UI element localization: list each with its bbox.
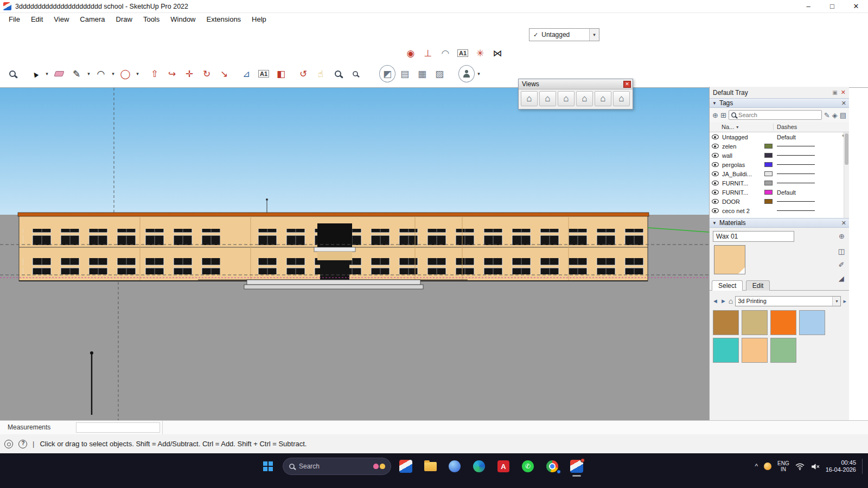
move-texture-tool[interactable]: ✳	[472, 44, 488, 62]
view-left-button[interactable]: ⌂	[613, 91, 630, 106]
geolocation-icon[interactable]	[4, 440, 13, 448]
taskbar-search[interactable]: Search	[283, 458, 391, 475]
tags-section-header[interactable]: ▼ Tags ✕	[710, 98, 849, 108]
menu-help[interactable]: Help	[246, 14, 272, 24]
view-right-button[interactable]: ⌂	[576, 91, 593, 106]
line-tool-caret[interactable]: ▾	[86, 65, 92, 82]
visibility-eye-icon[interactable]	[712, 190, 719, 195]
collapse-icon[interactable]: ▼	[712, 101, 717, 106]
tray-app-icon[interactable]	[764, 463, 771, 470]
menu-file[interactable]: File	[3, 14, 25, 24]
taskbar-chrome[interactable]	[542, 457, 562, 476]
material-swatch[interactable]	[770, 310, 796, 335]
help-icon[interactable]	[18, 440, 27, 448]
taskbar-sketchup-active[interactable]	[567, 457, 586, 476]
tag-icon[interactable]: ◈	[832, 111, 838, 119]
tag-color-swatch[interactable]	[764, 162, 773, 167]
orbit-tool[interactable]: ↺	[295, 65, 311, 82]
visibility-eye-icon[interactable]	[712, 199, 719, 204]
maximize-button[interactable]: □	[820, 0, 844, 13]
shape-tool-caret[interactable]: ▾	[135, 65, 141, 82]
tag-row-zelen[interactable]: zelen	[710, 142, 849, 151]
tag-color-swatch[interactable]	[764, 153, 773, 158]
collection-dropdown[interactable]: 3d Printing ▾	[735, 296, 841, 306]
tab-select[interactable]: Select	[712, 280, 743, 291]
tags-search-box[interactable]	[729, 110, 822, 120]
measurements-value-box[interactable]	[76, 422, 160, 433]
zoom-extents-tool[interactable]	[347, 65, 363, 82]
taskbar-clock[interactable]: 00:45 16-04-2026	[826, 459, 856, 473]
sign-in-caret[interactable]: ▾	[476, 65, 482, 82]
hidden-icons-chevron[interactable]: ^	[755, 463, 758, 470]
tag-color-swatch[interactable]	[764, 144, 773, 149]
material-preview-swatch[interactable]	[714, 245, 745, 274]
sample-paint-icon[interactable]: ✐	[838, 261, 844, 269]
chevron-down-icon[interactable]: ▾	[832, 297, 840, 306]
material-swatch[interactable]	[799, 310, 825, 335]
display-section-cuts-tool[interactable]: ▦	[414, 65, 430, 82]
viewport-canvas[interactable]	[0, 88, 709, 420]
tag-color-swatch[interactable]	[764, 190, 773, 195]
dash-style-line[interactable]	[777, 183, 815, 183]
tag-color-swatch[interactable]	[764, 181, 773, 185]
column-dashes[interactable]: Dashes	[774, 124, 797, 130]
pan-tool[interactable]: ☝	[312, 65, 329, 82]
materials-section-header[interactable]: ▼ Materials ✕	[710, 218, 849, 228]
line-tool[interactable]: ✎	[68, 65, 85, 82]
visibility-eye-icon[interactable]	[712, 144, 719, 149]
tag-options-icon[interactable]: ▤	[840, 111, 846, 119]
views-palette-titlebar[interactable]: Views ✕	[519, 79, 633, 89]
start-button[interactable]	[258, 457, 278, 476]
material-name-field[interactable]: Wax 01	[713, 231, 794, 242]
taskbar-file-explorer[interactable]	[420, 457, 440, 476]
move-tool[interactable]: ✛	[181, 65, 197, 82]
tag-color-swatch[interactable]	[764, 171, 773, 176]
language-indicator[interactable]: ENG IN	[777, 460, 789, 472]
tag-row-furniture-1[interactable]: FURNIT...	[710, 178, 849, 188]
shape-tool[interactable]: ◯	[117, 65, 133, 82]
menu-view[interactable]: View	[48, 14, 74, 24]
menu-draw[interactable]: Draw	[111, 14, 138, 24]
minimize-button[interactable]: –	[796, 0, 820, 13]
axes-tool[interactable]: ⊥	[420, 44, 436, 62]
material-swatch[interactable]	[713, 338, 739, 363]
dash-style-line[interactable]	[777, 210, 815, 211]
add-tag-folder-icon[interactable]: ⊞	[720, 111, 726, 119]
section-plane-tool[interactable]: ◩	[379, 65, 395, 82]
taskbar-copilot[interactable]	[445, 457, 464, 476]
material-swatch[interactable]	[770, 338, 796, 363]
display-section-planes-tool[interactable]: ▤	[397, 65, 413, 82]
dimension-tool[interactable]: A1	[455, 44, 471, 62]
materials-close-icon[interactable]: ✕	[841, 220, 846, 227]
tape-measure-tool[interactable]: ⊿	[238, 65, 254, 82]
model-viewport[interactable]	[0, 88, 709, 420]
tag-row-furniture-2[interactable]: FURNIT... Default	[710, 188, 849, 197]
dash-style-line[interactable]	[777, 201, 815, 202]
view-back-button[interactable]: ⌂	[595, 91, 611, 106]
menu-extensions[interactable]: Extensions	[201, 14, 247, 24]
tag-row-untagged[interactable]: Untagged Default ✎	[710, 132, 849, 142]
active-tag-dropdown[interactable]: ✓ Untagged ▾	[529, 28, 599, 41]
dash-style-line[interactable]	[777, 146, 815, 146]
collapse-icon[interactable]: ▼	[712, 221, 717, 226]
tag-row-ja-building[interactable]: JA_Buildi...	[710, 169, 849, 178]
taskbar-acrobat[interactable]	[494, 457, 513, 476]
view-iso-button[interactable]: ⌂	[521, 91, 538, 106]
view-top-button[interactable]: ⌂	[539, 91, 556, 106]
close-button[interactable]: ✕	[844, 0, 868, 13]
visibility-eye-icon[interactable]	[712, 134, 719, 139]
menu-window[interactable]: Window	[165, 14, 201, 24]
menu-edit[interactable]: Edit	[25, 14, 48, 24]
back-arrow-icon[interactable]: ◄	[712, 298, 718, 304]
column-name[interactable]: Na... ▾	[710, 124, 774, 130]
zoom-tool[interactable]	[4, 65, 21, 82]
tag-color-swatch[interactable]	[764, 199, 773, 204]
volume-muted-icon[interactable]	[810, 463, 820, 470]
tags-close-icon[interactable]: ✕	[841, 100, 846, 107]
tags-scrollbar[interactable]	[844, 132, 849, 218]
eraser-tool[interactable]	[51, 65, 67, 82]
material-swatch[interactable]	[742, 310, 768, 335]
visibility-eye-icon[interactable]	[712, 171, 719, 176]
visibility-eye-icon[interactable]	[712, 153, 719, 158]
tags-search-input[interactable]	[738, 112, 820, 118]
